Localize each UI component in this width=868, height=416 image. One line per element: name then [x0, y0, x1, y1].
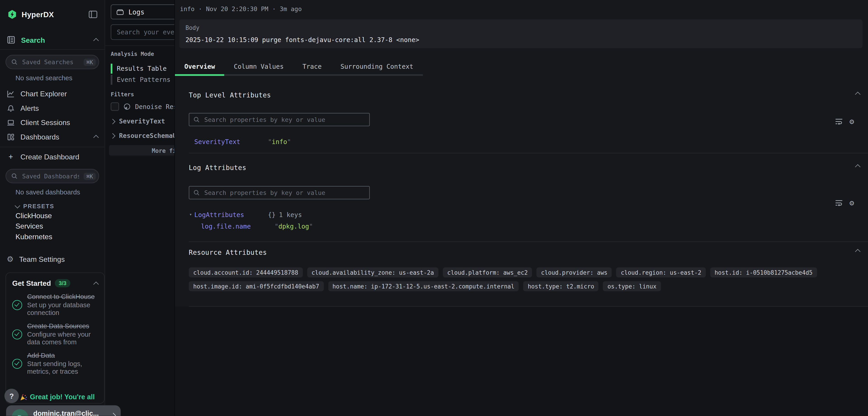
chevron-up-icon[interactable]: [93, 38, 99, 43]
mode-label: Event Patterns: [117, 76, 170, 84]
resource-chip[interactable]: host.image.id: ami-0f5fcdfbd140e4ab7: [189, 281, 324, 291]
sidebar-item-client-sessions[interactable]: Client Sessions: [0, 115, 105, 129]
attribute-key[interactable]: log.file.name: [201, 222, 275, 230]
get-started-title: Get Started: [12, 279, 51, 287]
tab-trace[interactable]: Trace: [293, 59, 331, 74]
property-search-box[interactable]: [189, 113, 370, 126]
attribute-value[interactable]: info: [268, 138, 291, 146]
attribute-key[interactable]: SeverityText: [194, 138, 268, 146]
gear-icon[interactable]: ⚙: [849, 117, 854, 125]
collapse-section-icon[interactable]: [855, 92, 861, 97]
preset-item-services[interactable]: Services: [16, 222, 105, 230]
task-title[interactable]: Create Data Sources: [27, 322, 98, 330]
event-detail-panel: info · Nov 20 2:20:30 PM · 3m ago Body 2…: [174, 0, 868, 416]
resource-chip[interactable]: cloud.provider: aws: [537, 267, 612, 277]
hyperdx-app: HyperDX Search ⌘K No saved searches: [0, 0, 868, 416]
task-create-data-sources[interactable]: Create Data Sources Configure where your…: [12, 322, 98, 346]
attribute-row: log.file.name dpkg.log: [189, 222, 868, 230]
mode-results-table[interactable]: Results Table: [111, 64, 166, 74]
search-icon: [11, 173, 18, 179]
sidebar-item-dashboards[interactable]: Dashboards: [0, 129, 105, 144]
property-search-input[interactable]: [203, 188, 366, 197]
party-popper-icon: [20, 393, 27, 400]
resource-chip[interactable]: cloud.platform: aws_ec2: [443, 267, 532, 277]
chevron-up-icon[interactable]: [93, 281, 99, 287]
detail-tabs: Overview Column Values Trace Surrounding…: [175, 59, 423, 76]
resource-chip[interactable]: os.type: linux: [603, 281, 661, 291]
congrats-text: Great job! You're all: [30, 393, 95, 401]
preset-item-clickhouse[interactable]: ClickHouse: [16, 212, 105, 220]
logo-row: HyperDX: [0, 0, 105, 21]
collapse-section-icon[interactable]: [855, 249, 861, 254]
collapse-sidebar-icon[interactable]: [89, 11, 97, 18]
saved-searches-search[interactable]: ⌘K: [5, 55, 99, 69]
tab-overview[interactable]: Overview: [175, 59, 224, 74]
sidebar-item-chart-explorer[interactable]: Chart Explorer: [0, 86, 105, 101]
user-menu[interactable]: D dominic.tran@clic... dominic.tran@clic…: [6, 405, 121, 416]
more-filters-button[interactable]: More filters: [109, 145, 174, 156]
saved-dashboards-search[interactable]: ⌘K: [5, 169, 99, 183]
attribute-row: SeverityText info: [189, 138, 868, 146]
source-selector-value: Logs: [128, 8, 145, 16]
task-add-data[interactable]: Add Data Start sending logs, metrics, or…: [12, 352, 98, 375]
triangle-down-icon[interactable]: ▾: [189, 212, 192, 217]
chevron-up-icon[interactable]: [93, 135, 99, 140]
wrap-lines-icon[interactable]: [835, 199, 843, 206]
sidebar-nav: Chart Explorer Alerts Client Sessions Da…: [0, 86, 105, 144]
sidebar-item-label: Client Sessions: [21, 118, 70, 127]
sidebar-item-label: Chart Explorer: [21, 90, 67, 98]
event-search-box[interactable]: [111, 24, 175, 40]
resource-chip[interactable]: cloud.account.id: 244449518788: [189, 267, 303, 277]
help-button[interactable]: ?: [4, 389, 19, 403]
get-started-card: Get Started 3/3 Connect to ClickHouse Se…: [5, 272, 104, 404]
saved-dashboards-input[interactable]: [21, 172, 80, 180]
get-started-header[interactable]: Get Started 3/3: [12, 279, 98, 287]
source-selector[interactable]: Logs: [111, 4, 175, 20]
collapse-section-icon[interactable]: [855, 164, 861, 170]
task-title[interactable]: Connect to ClickHouse: [27, 293, 98, 301]
property-search-input[interactable]: [203, 116, 366, 124]
presets-label: PRESETS: [23, 203, 54, 209]
divider: [0, 49, 105, 50]
attribute-key[interactable]: LogAttributes: [194, 211, 268, 219]
resource-chip[interactable]: host.id: i-0510b81275acbe4d5: [710, 267, 817, 277]
event-timestamp: Nov 20 2:20:30 PM: [206, 5, 268, 13]
mode-event-patterns[interactable]: Event Patterns: [111, 75, 170, 85]
sidebar-item-label: Team Settings: [19, 255, 65, 263]
presets-toggle[interactable]: PRESETS: [16, 203, 105, 209]
saved-searches-input[interactable]: [21, 58, 80, 66]
filter-group-resourceschemaurl[interactable]: ResourceSchemaUrl: [111, 132, 175, 140]
gear-icon[interactable]: ⚙: [849, 199, 854, 206]
task-desc: Set up your database connection: [27, 302, 98, 317]
denoise-results-filter[interactable]: Denoise Results: [111, 102, 175, 111]
event-search-input[interactable]: [116, 28, 175, 36]
filters-label: Filters: [111, 91, 134, 97]
section-title: Top Level Attributes: [189, 91, 271, 99]
resource-chip[interactable]: cloud.region: us-east-2: [616, 267, 706, 277]
chip-row: cloud.account.id: 244449518788 cloud.ava…: [189, 267, 868, 277]
task-title[interactable]: Add Data: [27, 352, 98, 360]
sidebar-item-alerts[interactable]: Alerts: [0, 101, 105, 115]
tab-surrounding-context[interactable]: Surrounding Context: [331, 59, 423, 74]
resource-chip[interactable]: host.type: t2.micro: [523, 281, 598, 291]
property-search-box[interactable]: [189, 186, 370, 200]
task-connect-clickhouse[interactable]: Connect to ClickHouse Set up your databa…: [12, 293, 98, 317]
tab-column-values[interactable]: Column Values: [224, 59, 293, 74]
resource-chip[interactable]: host.name: ip-172-31-12-5.us-east-2.comp…: [328, 281, 519, 291]
sidebar-item-search[interactable]: Search: [0, 33, 105, 47]
preset-item-kubernetes[interactable]: Kubernetes: [16, 233, 105, 241]
keys-count: 1 keys: [279, 211, 302, 219]
shortcut-badge: ⌘K: [84, 173, 96, 180]
sidebar-item-label: Alerts: [21, 104, 39, 112]
filter-group-severitytext[interactable]: SeverityText: [111, 117, 165, 125]
divider: [105, 46, 174, 46]
resource-chip[interactable]: cloud.availability_zone: us-east-2a: [307, 267, 438, 277]
section-log-attributes: Log Attributes ⚙: [189, 162, 868, 242]
wrap-lines-icon[interactable]: [835, 117, 843, 125]
denoise-checkbox[interactable]: [111, 102, 119, 111]
inactive-indicator: [111, 75, 112, 85]
sidebar: HyperDX Search ⌘K No saved searches: [0, 0, 105, 416]
attribute-value[interactable]: dpkg.log: [275, 222, 313, 230]
create-dashboard-button[interactable]: + Create Dashboard: [0, 149, 105, 164]
sidebar-item-team-settings[interactable]: ⚙ Team Settings: [0, 252, 105, 266]
